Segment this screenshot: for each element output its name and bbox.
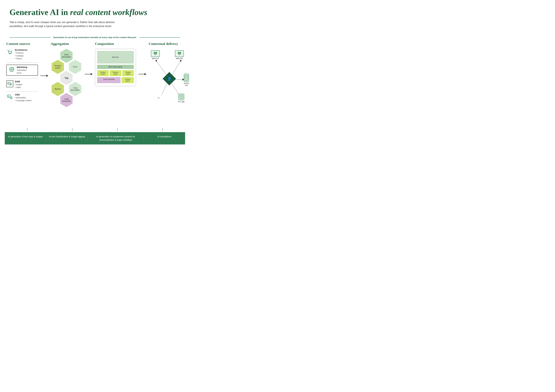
svg-point-6 bbox=[8, 83, 9, 83]
svg-line-19 bbox=[172, 61, 180, 76]
page-title: Generative AI in real content workflows bbox=[9, 7, 180, 17]
svg-point-1 bbox=[10, 53, 11, 54]
bottom-arrows-row: ↑ ↑ ↑ ↑ bbox=[5, 127, 185, 132]
svg-rect-30 bbox=[180, 96, 183, 98]
comp-product-teaser-2: Productteaser bbox=[110, 70, 121, 76]
aggregation-header: Aggregation bbox=[51, 42, 82, 46]
hex-tag: Tag bbox=[59, 71, 73, 85]
comp-row-legal: Legal boilerplate Productteaser bbox=[97, 77, 134, 83]
header-section: Generative AI in real content workflows … bbox=[0, 0, 190, 36]
comp-product-teaser-4: Productteaser bbox=[122, 77, 134, 83]
hex-short-description: Shortdescription bbox=[59, 49, 73, 63]
ecommerce-title: Ecommerce bbox=[15, 49, 27, 51]
marketing-icon bbox=[8, 66, 15, 73]
web-us-label: Web US bbox=[152, 57, 159, 60]
svg-marker-16 bbox=[145, 73, 146, 75]
cms-text: CMS • Boilerplates• Campaign content bbox=[15, 93, 31, 102]
dam-text: DAM • Images• Video bbox=[15, 80, 22, 89]
delivery-node-web-us: US Web US bbox=[151, 50, 160, 60]
delivery-node-web-de: DE Web DE bbox=[175, 50, 184, 60]
col-aggregation: Aggregation Shortdescription Productteas… bbox=[49, 42, 84, 106]
svg-marker-12 bbox=[46, 75, 48, 77]
lifecycle-banner: Generative AI can bring tremendous benef… bbox=[9, 36, 180, 39]
hex-product-teaser: Productteaser bbox=[51, 60, 65, 74]
comp-row-teasers-1: Productteaser Productteaser Producttease… bbox=[97, 70, 134, 76]
ecommerce-icon bbox=[6, 49, 13, 56]
bottom-col-4: ↑ bbox=[140, 127, 185, 132]
marketing-title: Marketing bbox=[17, 66, 27, 68]
monitor-lines2 bbox=[154, 55, 156, 55]
delivery-node-dots: ... bbox=[157, 95, 160, 99]
svg-point-4 bbox=[11, 69, 12, 70]
source-marketing: Marketing Automationforms bbox=[6, 65, 38, 76]
bottom-col-2: ↑ bbox=[50, 127, 95, 132]
source-dam: DAM • Images• Video bbox=[6, 80, 38, 89]
cms-icon bbox=[6, 93, 13, 100]
svg-rect-32 bbox=[181, 99, 182, 99]
delivery-node-mobile: Mobileapp bbox=[184, 74, 189, 86]
de-flag-label: DE bbox=[178, 52, 181, 54]
honeycomb: Shortdescription Productteaser Form Tag … bbox=[51, 49, 82, 106]
comp-legal-boilerplate: Legal boilerplate bbox=[97, 77, 121, 83]
bottom-label-1: AI generation of text copy & images bbox=[5, 135, 46, 142]
hex-legal-boilerplate: Legalboilerplate bbox=[59, 93, 73, 107]
up-arrow-2: ↑ bbox=[71, 127, 73, 132]
arrow-sources-to-agg bbox=[40, 42, 49, 78]
dam-title: DAM bbox=[15, 80, 22, 83]
delivery-wrapper: 👤 US bbox=[149, 49, 190, 109]
svg-point-10 bbox=[10, 97, 12, 99]
person-icon: 👤 bbox=[165, 74, 174, 84]
delivery-node-iot: IoT app bbox=[178, 94, 184, 103]
hex-long-description: Longdescription bbox=[68, 82, 82, 96]
source-cms: CMS • Boilerplates• Campaign content bbox=[6, 93, 38, 102]
cms-details: • Boilerplates• Campaign content bbox=[15, 96, 31, 102]
subtitle-text: Talk is cheap, and it's even cheaper whe… bbox=[9, 20, 120, 28]
ecommerce-text: Ecommerce • Products• Catalogs• Orders bbox=[15, 49, 27, 60]
monitor-lines bbox=[154, 54, 157, 54]
comp-product-teaser-1: Productteaser bbox=[97, 70, 109, 76]
bottom-label-2: AI text classification & image tagging bbox=[46, 135, 88, 142]
de-monitor-lines bbox=[178, 54, 181, 54]
web-de-icon: DE bbox=[175, 50, 184, 57]
iot-icon bbox=[178, 94, 184, 100]
dam-icon bbox=[6, 80, 13, 87]
us-flag-label: US bbox=[154, 52, 157, 54]
bottom-bar: AI generation of text copy & images AI t… bbox=[5, 132, 185, 144]
mobile-label: Mobileapp bbox=[184, 82, 189, 86]
svg-marker-14 bbox=[91, 73, 93, 75]
mobile-icon bbox=[184, 74, 189, 82]
lifecycle-banner-text: Generative AI can bring tremendous benef… bbox=[51, 36, 139, 39]
up-arrow-3: ↑ bbox=[117, 127, 119, 132]
col-composition: Composition Banner Short description Pro… bbox=[93, 42, 138, 86]
comp-short-description: Short description bbox=[97, 65, 134, 69]
svg-marker-20 bbox=[179, 60, 182, 62]
composition-card: Banner Short description Productteaser P… bbox=[95, 49, 136, 86]
svg-line-17 bbox=[157, 61, 167, 76]
comp-product-teaser-3: Productteaser bbox=[122, 70, 134, 76]
svg-line-23 bbox=[172, 84, 180, 95]
arrow-agg-to-comp bbox=[84, 42, 93, 77]
source-ecommerce: Ecommerce • Products• Catalogs• Orders bbox=[6, 49, 38, 60]
bottom-col-1: ↑ bbox=[5, 127, 50, 132]
up-arrow-1: ↑ bbox=[26, 127, 29, 132]
bottom-section: ↑ ↑ ↑ ↑ AI generation of text copy & ima… bbox=[0, 127, 190, 144]
hex-form: Form bbox=[68, 60, 82, 74]
page-wrapper: Generative AI in real content workflows … bbox=[0, 0, 190, 144]
marketing-details: Automationforms bbox=[17, 69, 27, 74]
web-de-label: Web DE bbox=[176, 57, 183, 60]
col-sources: Content sources Ecommerce • Products• Ca… bbox=[5, 42, 40, 105]
composition-header: Composition bbox=[95, 42, 136, 46]
contextual-delivery-header: Contextual delivery bbox=[149, 42, 190, 46]
central-diamond: 👤 bbox=[163, 72, 176, 86]
bottom-label-3: AI generation of component variants for … bbox=[88, 135, 144, 142]
svg-marker-18 bbox=[155, 60, 158, 62]
marketing-text: Marketing Automationforms bbox=[17, 66, 27, 74]
dam-details: • Images• Video bbox=[15, 83, 22, 89]
web-us-icon: US bbox=[151, 50, 160, 57]
diagram-area: Content sources Ecommerce • Products• Ca… bbox=[0, 40, 190, 122]
iot-label: IoT app bbox=[178, 100, 184, 103]
hex-banner: Banner bbox=[51, 82, 65, 96]
col-delivery: Contextual delivery bbox=[147, 42, 190, 109]
comp-banner: Banner bbox=[97, 51, 134, 64]
ecommerce-details: • Products• Catalogs• Orders bbox=[15, 51, 27, 60]
